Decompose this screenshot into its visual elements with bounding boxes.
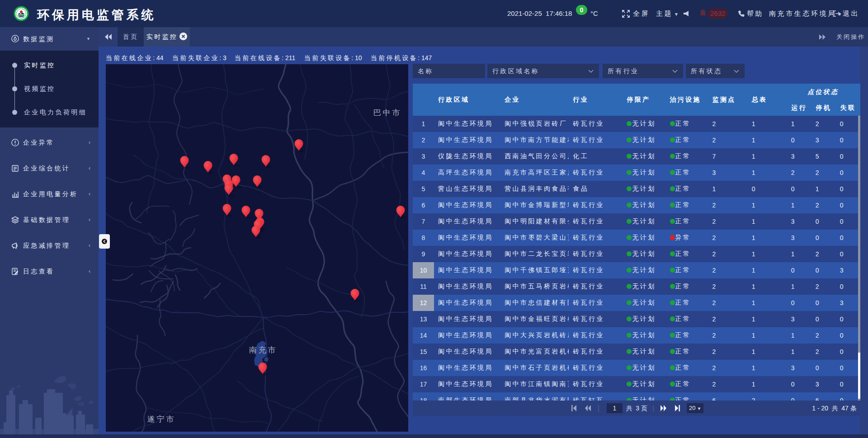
svg-text:遂宁市: 遂宁市 [147, 415, 176, 424]
svg-text:巴中市: 巴中市 [373, 108, 402, 117]
svg-text:南充市: 南充市 [249, 346, 278, 354]
